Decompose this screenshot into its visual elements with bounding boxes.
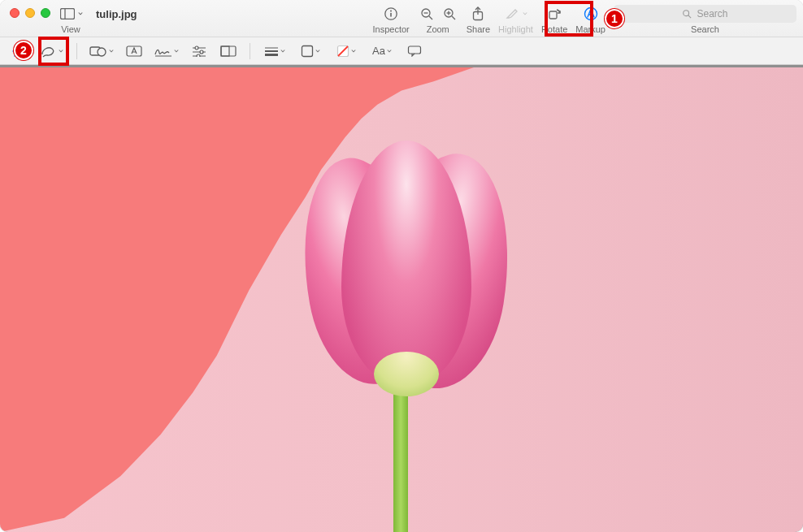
view-menu[interactable]: View: [59, 5, 83, 34]
chevron-down-icon: [315, 49, 320, 54]
window-controls: [7, 5, 50, 18]
callout-badge-1: 1: [605, 9, 624, 28]
search-icon: [682, 9, 692, 19]
svg-point-31: [195, 46, 198, 50]
share-button[interactable]: Share: [467, 5, 490, 34]
chevron-down-icon: [523, 11, 527, 16]
share-icon: [469, 5, 487, 23]
chevron-down-icon: [280, 49, 285, 54]
separator: [76, 43, 77, 59]
highlight-icon: [503, 5, 521, 23]
rotate-icon: [545, 5, 563, 23]
shapes-icon: [89, 45, 107, 58]
svg-point-35: [197, 54, 200, 57]
fill-color-icon: [336, 45, 349, 58]
fullscreen-window-button[interactable]: [41, 8, 50, 18]
sign-button[interactable]: [150, 41, 183, 61]
callout-badge-2: 2: [14, 41, 33, 60]
tulip-flower: [280, 132, 524, 392]
svg-line-17: [688, 15, 691, 18]
svg-rect-14: [549, 11, 557, 19]
svg-point-27: [98, 48, 106, 56]
close-window-button[interactable]: [10, 8, 20, 18]
chevron-down-icon: [387, 49, 392, 54]
chevron-down-icon: [109, 49, 114, 54]
resize-icon: [220, 45, 237, 57]
image-content[interactable]: [0, 67, 803, 532]
sidebar-icon: [59, 5, 76, 23]
separator: [250, 43, 250, 59]
svg-point-33: [200, 50, 203, 54]
signature-icon: [154, 45, 172, 57]
markup-label: Markup: [575, 24, 606, 34]
highlight-button: Highlight: [498, 5, 533, 34]
text-style-button[interactable]: Aa: [366, 41, 398, 61]
lasso-icon: [41, 45, 57, 58]
text-style-icon: Aa: [372, 45, 385, 57]
zoom-group: Zoom: [418, 5, 458, 34]
markup-icon: [582, 5, 600, 23]
svg-rect-44: [409, 46, 421, 54]
svg-line-6: [429, 16, 432, 19]
canvas-area: [0, 65, 803, 532]
tulip-base: [374, 352, 439, 396]
line-style-button[interactable]: [258, 41, 291, 61]
line-weight-icon: [264, 46, 279, 56]
minimize-window-button[interactable]: [25, 8, 35, 18]
info-icon: [382, 5, 400, 23]
zoom-in-button[interactable]: [441, 5, 458, 23]
shapes-button[interactable]: [85, 41, 118, 61]
border-color-button[interactable]: [294, 41, 327, 61]
inspector-label: Inspector: [372, 24, 409, 34]
titlebar: View tulip.jpg Inspector Zoom: [0, 0, 803, 37]
zoom-label: Zoom: [427, 24, 449, 34]
preview-window: View tulip.jpg Inspector Zoom: [0, 0, 803, 532]
svg-rect-0: [61, 9, 75, 19]
markup-toolbar: Aa: [0, 37, 803, 65]
markup-button[interactable]: Markup: [575, 5, 606, 34]
document-title: tulip.jpg: [91, 5, 137, 20]
annotate-button[interactable]: [402, 41, 428, 61]
chevron-down-icon: [351, 49, 356, 54]
chevron-down-icon: [78, 11, 83, 16]
share-label: Share: [467, 24, 490, 34]
highlight-label: Highlight: [498, 24, 533, 34]
selection-tool-button[interactable]: [36, 41, 68, 61]
search-group: Search Search: [614, 5, 796, 34]
search-placeholder: Search: [697, 8, 727, 19]
rotate-label: Rotate: [541, 24, 567, 34]
zoom-out-button[interactable]: [418, 5, 436, 23]
chevron-down-icon: [174, 49, 179, 54]
svg-point-3: [390, 11, 392, 12]
search-input[interactable]: Search: [614, 5, 796, 23]
svg-line-9: [452, 16, 455, 19]
chevron-down-icon: [59, 49, 63, 54]
text-box-icon: [126, 45, 142, 57]
svg-rect-36: [221, 46, 236, 56]
search-label: Search: [691, 24, 719, 34]
svg-rect-37: [221, 46, 229, 56]
text-button[interactable]: [121, 41, 147, 61]
sliders-icon: [192, 45, 206, 57]
adjust-size-button[interactable]: [215, 41, 241, 61]
adjust-color-button[interactable]: [186, 41, 212, 61]
rotate-button[interactable]: Rotate: [541, 5, 567, 34]
svg-rect-4: [390, 13, 392, 17]
svg-point-16: [684, 11, 689, 16]
view-label: View: [61, 24, 80, 34]
speech-bubble-icon: [407, 45, 422, 57]
inspector-button[interactable]: Inspector: [372, 5, 409, 34]
fill-color-button[interactable]: [330, 41, 362, 61]
border-color-icon: [301, 45, 314, 58]
svg-rect-41: [302, 45, 313, 56]
